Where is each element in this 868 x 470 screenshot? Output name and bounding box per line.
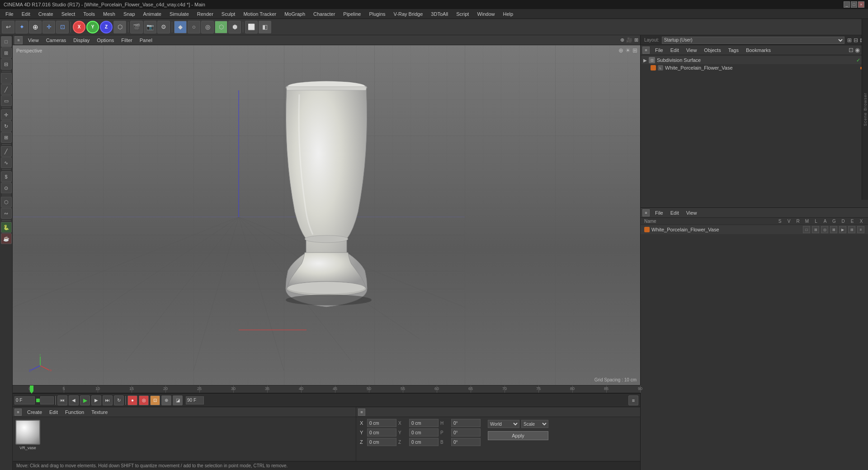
loop-button[interactable]: ↻ <box>114 395 124 405</box>
record-scale-button[interactable]: ⊡ <box>150 395 160 405</box>
viewport-menu-display[interactable]: Display <box>71 37 91 44</box>
mat-menu-icon[interactable]: ≡ <box>14 409 22 416</box>
go-to-start-button[interactable]: ⏮ <box>57 395 67 405</box>
viewport-menu-options[interactable]: Options <box>95 37 116 44</box>
menu-pipeline[interactable]: Pipeline <box>340 10 364 18</box>
timeline-extra[interactable]: ≡ <box>628 395 638 405</box>
floor-button[interactable]: ⬜ <box>245 21 258 33</box>
material-swatch-vr-vase[interactable] <box>15 420 40 445</box>
tree-expand-icon[interactable]: ▶ <box>643 58 647 63</box>
space-dropdown[interactable]: World Object <box>488 420 519 428</box>
x-size-input[interactable] <box>409 419 439 427</box>
menu-sculpt[interactable]: Sculpt <box>218 10 239 18</box>
z-axis-button[interactable]: Z <box>100 21 113 33</box>
viewport-move-icon[interactable]: ⊕ <box>620 37 624 43</box>
end-frame-input[interactable] <box>186 396 204 404</box>
coffee-button[interactable]: ☕ <box>1 233 12 244</box>
sp-menu-icon[interactable]: ≡ <box>642 209 650 216</box>
record-pos-button[interactable]: ● <box>127 395 137 405</box>
polygon-pen-button[interactable]: ○ <box>188 21 200 33</box>
z-pos-input[interactable] <box>367 438 396 446</box>
viewport-light-icon[interactable]: ☀ <box>625 47 631 54</box>
om-menu-view[interactable]: View <box>684 47 699 54</box>
viewport-axis-icon[interactable]: ⊕ <box>618 47 623 54</box>
coord-menu-icon[interactable]: ≡ <box>358 409 365 416</box>
python-button[interactable]: 🐍 <box>1 222 12 233</box>
menu-file[interactable]: File <box>2 10 17 18</box>
tree-item-vase[interactable]: L White_Porcelain_Flower_Vase ■ · <box>642 64 867 71</box>
go-to-end-button[interactable]: ⏭ <box>103 395 113 405</box>
om-menu-tags[interactable]: Tags <box>726 47 741 54</box>
viewport-camera-icon[interactable]: 🎥 <box>626 37 632 43</box>
axis-mode-button[interactable]: ⊟ <box>1 59 12 70</box>
mat-menu-texture[interactable]: Texture <box>90 409 109 416</box>
menu-simulate[interactable]: Simulate <box>166 10 193 18</box>
live-select-button[interactable]: ⊕ <box>29 21 42 33</box>
render-button[interactable]: 📷 <box>144 21 156 33</box>
viewport-menu-icon[interactable]: ≡ <box>14 36 23 44</box>
line-tool-button[interactable]: ╱ <box>1 146 12 157</box>
record-special-button[interactable]: ◪ <box>173 395 183 405</box>
viewport-menu-cameras[interactable]: Cameras <box>44 37 68 44</box>
texture-mode-button[interactable]: ⊞ <box>1 47 12 58</box>
viewport-menu-view[interactable]: View <box>26 37 41 44</box>
scene-object-vase[interactable]: White_Porcelain_Flower_Vase □ ⊞ ◎ ⊠ ▶ ⊞ … <box>641 225 868 234</box>
timeline-ruler[interactable]: 051015202530354045505560657075808590 <box>13 385 640 393</box>
sculpt-tool-button[interactable]: ∾ <box>1 208 12 219</box>
menu-animate[interactable]: Animate <box>140 10 165 18</box>
menu-help[interactable]: Help <box>500 10 517 18</box>
bg-button[interactable]: ◧ <box>259 21 271 33</box>
knife-button[interactable]: ◎ <box>201 21 214 33</box>
viewport-menu-panel[interactable]: Panel <box>138 37 154 44</box>
viewport-expand-icon[interactable]: ⊞ <box>632 47 637 54</box>
y-size-input[interactable] <box>409 428 439 437</box>
flag-icon-2[interactable]: ⊞ <box>812 226 819 233</box>
menu-motiontracker[interactable]: Motion Tracker <box>240 10 280 18</box>
z-size-input[interactable] <box>409 438 439 446</box>
menu-render[interactable]: Render <box>193 10 217 18</box>
magnet-button[interactable]: ⬡ <box>215 21 227 33</box>
mat-menu-create[interactable]: Create <box>25 409 44 416</box>
undo-button[interactable]: ↩ <box>2 21 14 33</box>
rotate-tool-button[interactable]: ↻ <box>1 121 12 132</box>
layout-icon-1[interactable]: ⊞ <box>847 37 852 43</box>
viewport[interactable]: Perspective ⊕ ☀ ⊞ Grid Spacing : 10 cm X… <box>13 45 640 385</box>
magnet-tool-button[interactable]: ⊙ <box>1 183 12 193</box>
prev-frame-button[interactable]: ◀ <box>69 395 79 405</box>
tree-item-subdivision[interactable]: ▶ ⊡ Subdivision Surface ✓ ✓ <box>642 56 867 64</box>
flag-icon-7[interactable]: ≡ <box>857 226 864 233</box>
menu-3dtoall[interactable]: 3DToAll <box>427 10 452 18</box>
layout-icon-2[interactable]: ⊟ <box>854 37 858 43</box>
display-mode-button[interactable]: ◆ <box>174 21 187 33</box>
menu-plugins[interactable]: Plugins <box>365 10 389 18</box>
transform-dropdown[interactable]: Scale Move Rotate <box>521 420 548 428</box>
scale-button[interactable]: ⊡ <box>56 21 69 33</box>
y-axis-button[interactable]: Y <box>86 21 99 33</box>
menu-mograph[interactable]: MoGraph <box>281 10 309 18</box>
spline-tool-button[interactable]: ∿ <box>1 157 12 168</box>
record-rot-button[interactable]: ◎ <box>139 395 149 405</box>
edge-mode-button[interactable]: ╱ <box>1 84 12 95</box>
current-frame-input[interactable] <box>14 396 35 404</box>
new-object-button[interactable]: ✦ <box>15 21 28 33</box>
point-mode-button[interactable]: · <box>1 73 12 84</box>
sp-menu-file[interactable]: File <box>653 209 665 216</box>
menu-script[interactable]: Script <box>453 10 472 18</box>
ffd-button[interactable]: $ <box>1 171 12 182</box>
menu-create[interactable]: Create <box>35 10 57 18</box>
menu-edit[interactable]: Edit <box>18 10 34 18</box>
mat-menu-edit[interactable]: Edit <box>47 409 60 416</box>
flag-icon-3[interactable]: ◎ <box>821 226 828 233</box>
sp-menu-edit[interactable]: Edit <box>669 209 681 216</box>
record-all-button[interactable]: ⊕ <box>161 395 171 405</box>
scale-tool-button[interactable]: ⊞ <box>1 132 12 143</box>
maximize-button[interactable]: □ <box>851 1 857 8</box>
flag-icon-5[interactable]: ▶ <box>839 226 846 233</box>
menu-vraybridge[interactable]: V-Ray Bridge <box>390 10 427 18</box>
x-axis-button[interactable]: X <box>73 21 85 33</box>
b-rot-input[interactable] <box>451 438 481 446</box>
render-view-button[interactable]: 🎬 <box>130 21 143 33</box>
play-button[interactable]: ▶ <box>80 395 90 405</box>
layout-dropdown[interactable]: Startup (User) <box>662 37 844 44</box>
world-coord-button[interactable]: ⬡ <box>113 21 126 33</box>
